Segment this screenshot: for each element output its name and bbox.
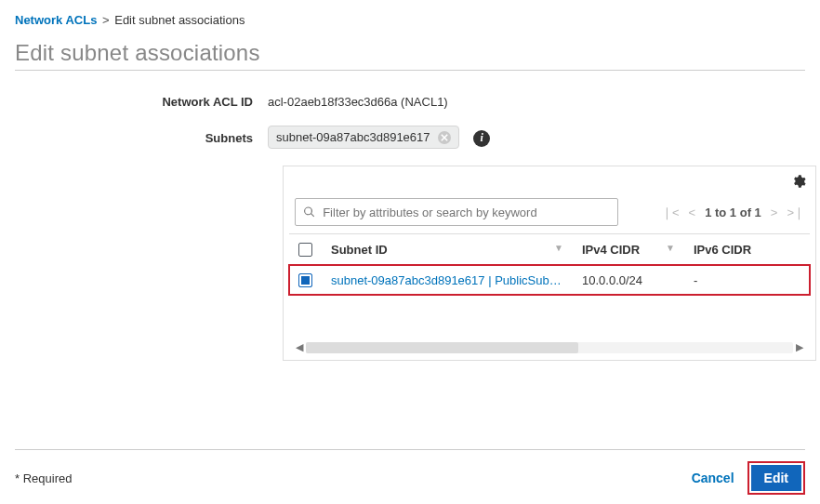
subnets-label: Subnets <box>15 126 268 145</box>
edit-button[interactable]: Edit <box>751 465 801 491</box>
horizontal-scrollbar[interactable]: ◀ ▶ <box>289 341 810 353</box>
scroll-right-icon[interactable]: ▶ <box>793 341 806 353</box>
cancel-button[interactable]: Cancel <box>692 471 734 485</box>
ipv4-cell: 10.0.0.0/24 <box>573 265 684 296</box>
pager-last-icon[interactable]: >❘ <box>787 206 804 219</box>
gear-icon[interactable] <box>791 174 806 192</box>
title-divider <box>15 70 805 71</box>
acl-id-value: acl-02aeb18f33ec3d66a (NACL1) <box>268 91 805 109</box>
pager-next-icon[interactable]: > <box>771 206 778 219</box>
subnet-chip-text: subnet-09a87abc3d891e617 <box>276 130 430 144</box>
ipv6-cell: - <box>684 265 810 296</box>
pager: ❘< < 1 to 1 of 1 > >❘ <box>662 206 804 219</box>
pager-text: 1 to 1 of 1 <box>705 206 761 219</box>
header-subnet-id[interactable]: Subnet ID▼ <box>322 234 573 265</box>
breadcrumb-current: Edit subnet associations <box>114 13 245 27</box>
header-ipv6[interactable]: IPv6 CIDR <box>684 234 810 265</box>
subnet-table-panel: ❘< < 1 to 1 of 1 > >❘ Subnet ID▼ IPv4 CI… <box>283 166 816 361</box>
subnet-chip-remove-icon[interactable] <box>438 131 451 144</box>
acl-id-label: Network ACL ID <box>15 91 268 109</box>
required-note: * Required <box>15 471 72 485</box>
scroll-thumb[interactable] <box>306 342 578 353</box>
info-icon[interactable]: i <box>473 130 490 147</box>
search-input[interactable] <box>321 205 610 220</box>
header-checkbox-cell <box>289 234 322 265</box>
scroll-left-icon[interactable]: ◀ <box>293 341 306 353</box>
sort-icon: ▼ <box>554 243 563 253</box>
pager-first-icon[interactable]: ❘< <box>662 206 680 219</box>
table-row[interactable]: subnet-09a87abc3d891e617 | PublicSub… 10… <box>289 265 810 296</box>
header-ipv4[interactable]: IPv4 CIDR▼ <box>573 234 684 265</box>
edit-button-highlight: Edit <box>747 461 805 495</box>
sort-icon: ▼ <box>666 243 675 253</box>
row-checkbox[interactable] <box>298 273 312 287</box>
breadcrumb-separator: > <box>102 13 110 27</box>
page-title: Edit subnet associations <box>15 40 805 66</box>
subnet-id-link[interactable]: subnet-09a87abc3d891e617 | PublicSub… <box>331 273 563 287</box>
subnet-table: Subnet ID▼ IPv4 CIDR▼ IPv6 CIDR subnet-0… <box>289 233 810 295</box>
select-all-checkbox[interactable] <box>298 243 312 257</box>
search-icon <box>303 206 315 219</box>
subnet-chip[interactable]: subnet-09a87abc3d891e617 <box>268 126 459 149</box>
breadcrumb-root-link[interactable]: Network ACLs <box>15 13 97 27</box>
search-input-wrapper[interactable] <box>295 198 618 226</box>
breadcrumb: Network ACLs > Edit subnet associations <box>15 13 805 27</box>
pager-prev-icon[interactable]: < <box>689 206 696 219</box>
